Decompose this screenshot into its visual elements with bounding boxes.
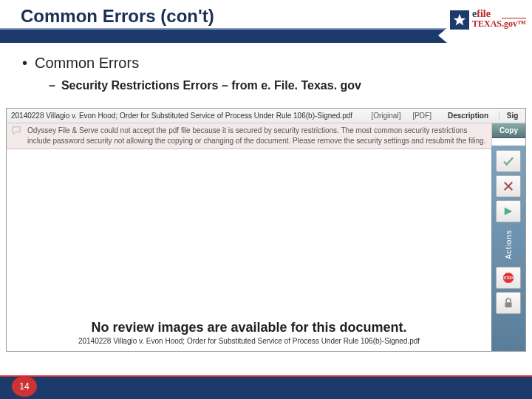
no-review-block: No review images are available for this … xyxy=(7,320,491,345)
slide-title: Common Errors (con't) xyxy=(21,6,214,27)
bullet-list: Common Errors Security Restrictions Erro… xyxy=(22,55,510,92)
file-header-row: 20140228 Villagio v. Evon Hood; Order fo… xyxy=(7,109,525,123)
logo-texas: TEXAS xyxy=(472,18,502,29)
description-label: Description xyxy=(437,112,499,120)
svg-text:STOP: STOP xyxy=(504,276,513,279)
filename: 20140228 Villagio v. Evon Hood; Order fo… xyxy=(7,112,365,120)
screenshot-panel: 20140228 Villagio v. Evon Hood; Order fo… xyxy=(6,108,526,352)
reject-action-button[interactable] xyxy=(496,175,521,197)
bullet-level2: Security Restrictions Errors – from e. F… xyxy=(49,79,510,92)
approve-action-button[interactable] xyxy=(496,150,521,172)
svg-marker-3 xyxy=(505,208,513,216)
footer-bar xyxy=(0,375,532,399)
stop-action-button[interactable]: STOP xyxy=(496,267,521,289)
efile-texas-logo: efile TEXAS.gov™ xyxy=(447,0,532,43)
svg-rect-6 xyxy=(505,302,512,307)
sig-label: Sig xyxy=(499,112,525,120)
slide: Common Errors (con't) efile TEXAS.gov™ C… xyxy=(0,0,532,399)
no-review-text: No review images are available for this … xyxy=(7,320,491,335)
lock-action-button[interactable] xyxy=(496,292,521,314)
speech-bubble-icon xyxy=(7,123,26,149)
forward-action-button[interactable] xyxy=(496,200,521,222)
bullet-level1: Common Errors xyxy=(22,55,510,72)
actions-label: Actions xyxy=(505,230,513,259)
copy-button[interactable]: Copy xyxy=(492,123,525,138)
logo-file: file xyxy=(477,8,491,19)
logo-text: efile TEXAS.gov™ xyxy=(472,9,526,28)
tag-original: [Original] xyxy=(365,112,406,120)
logo-gov: .gov™ xyxy=(502,18,526,29)
svg-marker-0 xyxy=(454,14,466,26)
page-number: 14 xyxy=(15,380,34,393)
star-icon xyxy=(450,10,469,30)
actions-rail: Actions STOP xyxy=(491,146,525,351)
tag-pdf: [PDF] xyxy=(406,112,437,120)
error-message: Odyssey File & Serve could not accept th… xyxy=(26,123,491,149)
error-row: Odyssey File & Serve could not accept th… xyxy=(7,123,525,149)
no-review-filename: 20140228 Villagio v. Evon Hood; Order fo… xyxy=(7,337,491,345)
